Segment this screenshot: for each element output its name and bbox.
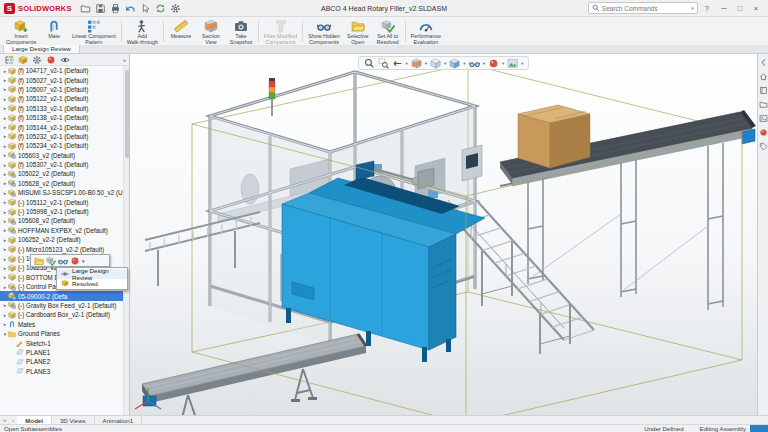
dropdown-caret-icon[interactable]: ▾ bbox=[502, 61, 504, 66]
appearance-icon[interactable] bbox=[759, 128, 768, 137]
book-icon[interactable] bbox=[759, 86, 768, 95]
tree-item[interactable]: ▸(f) 105234_v2-1 (Default) bbox=[0, 141, 123, 150]
ribbon-add-walk-through-button[interactable]: AddWalk-through bbox=[124, 18, 161, 45]
panel-tab-overflow[interactable]: » bbox=[123, 57, 126, 63]
tree-scrollbar[interactable] bbox=[123, 66, 129, 415]
ribbon-measure-button[interactable]: Measure bbox=[166, 18, 196, 45]
doc-tab-animation1[interactable]: Animation1 bbox=[95, 416, 143, 424]
ribbon-set-all-to-resolved-button[interactable]: Set All toResolved bbox=[373, 18, 403, 45]
panel-tab-cube[interactable] bbox=[17, 54, 29, 65]
doc-tab-3d-views[interactable]: 3D Views bbox=[52, 416, 95, 424]
help-button[interactable]: ? bbox=[701, 4, 713, 13]
tree-item[interactable]: ▸(-) Cardboard Box_v2-1 (Default) bbox=[0, 310, 123, 319]
doc-tab-model[interactable]: Model bbox=[17, 416, 52, 424]
orientation-icon[interactable] bbox=[430, 58, 441, 69]
task-pane-corner[interactable] bbox=[750, 425, 768, 432]
ribbon-mate-button[interactable]: Mate bbox=[39, 18, 69, 45]
tree-item[interactable]: ▸105603_v2 (Default) bbox=[0, 151, 123, 160]
scene-icon[interactable] bbox=[507, 58, 518, 69]
tab-scroll-icon[interactable]: « bbox=[0, 416, 9, 424]
tree-item[interactable]: ▸106252_v2-2 (Default) bbox=[0, 235, 123, 244]
search-dropdown-icon[interactable]: ▾ bbox=[691, 5, 694, 11]
tree-item[interactable]: ▸(f) 105007_v2-1 (Default) bbox=[0, 85, 123, 94]
gear-icon[interactable] bbox=[169, 2, 182, 15]
tag-icon[interactable] bbox=[759, 142, 768, 151]
tree-item[interactable]: ▸(f) 105027_v2-1 (Default) bbox=[0, 75, 123, 84]
dropdown-caret-icon[interactable]: ▾ bbox=[425, 61, 427, 66]
appearance-icon[interactable] bbox=[488, 58, 499, 69]
tree-item[interactable]: ▸105608_v2 (Default) bbox=[0, 216, 123, 225]
tree-item[interactable]: ▸MISUMI SJ-SSCSP1.00-B0.50_v2 (U-SSCSP13… bbox=[0, 188, 123, 197]
context-toolbar-more-icon[interactable]: ▾ bbox=[82, 258, 85, 264]
menu-item-large-design-review[interactable]: Large Design Review bbox=[57, 269, 127, 279]
tree-item[interactable]: ▸(f) 104717_v2-1 (Default) bbox=[0, 66, 123, 75]
ribbon-selective-open-button[interactable]: SelectiveOpen bbox=[343, 18, 373, 45]
part-icon bbox=[8, 104, 16, 112]
close-button[interactable]: × bbox=[748, 2, 764, 15]
tab-scroll-icon[interactable]: ‹ bbox=[9, 416, 17, 424]
dropdown-caret-icon[interactable]: ▾ bbox=[406, 61, 408, 66]
tree-item[interactable]: PLANE3 bbox=[0, 367, 123, 376]
tree-item[interactable]: ▸(f) 105133_v2-1 (Default) bbox=[0, 104, 123, 113]
panel-tab-tree-lines[interactable] bbox=[3, 54, 15, 65]
tree-item[interactable]: Sketch-1 bbox=[0, 338, 123, 347]
section-icon[interactable] bbox=[411, 58, 422, 69]
tree-item[interactable]: ▸(-) 105998_v2-1 (Default) bbox=[0, 207, 123, 216]
command-search[interactable]: ▾ bbox=[588, 2, 698, 14]
prev-view-icon[interactable] bbox=[392, 58, 403, 69]
tree-item[interactable]: ▾Ground Planes bbox=[0, 329, 123, 338]
display-style-icon[interactable] bbox=[449, 58, 460, 69]
panel-tab-appearance[interactable] bbox=[45, 54, 57, 65]
ribbon-linear-component-pattern-button[interactable]: Linear ComponentPattern bbox=[69, 18, 119, 45]
3d-model-view[interactable] bbox=[130, 54, 757, 415]
rebuild-icon[interactable] bbox=[154, 2, 167, 15]
tree-item[interactable]: PLANE2 bbox=[0, 357, 123, 366]
image-icon[interactable] bbox=[759, 114, 768, 123]
minimize-button[interactable]: ─ bbox=[716, 2, 732, 15]
tree-item[interactable]: ▸(f) 105122_v2-1 (Default) bbox=[0, 94, 123, 103]
zoom-area-icon[interactable] bbox=[378, 58, 389, 69]
panel-tab-gear[interactable] bbox=[31, 54, 43, 65]
undo-icon[interactable] bbox=[124, 2, 137, 15]
ribbon-show-hidden-components-button[interactable]: Show HiddenComponents bbox=[305, 18, 343, 45]
dropdown-caret-icon[interactable]: ▾ bbox=[483, 61, 485, 66]
tree-item[interactable]: PLANE1 bbox=[0, 348, 123, 357]
ribbon-take-snapshot-button[interactable]: TakeSnapshot bbox=[226, 18, 256, 45]
print-icon[interactable] bbox=[109, 2, 122, 15]
tree-item[interactable]: ▸(f) 105307_v2-1 (Default) bbox=[0, 160, 123, 169]
folder-gray-icon[interactable] bbox=[79, 2, 92, 15]
magnifier-icon[interactable] bbox=[364, 58, 375, 69]
dropdown-caret-icon[interactable]: ▾ bbox=[444, 61, 446, 66]
tree-item[interactable]: ▸105022_v2 (Default) bbox=[0, 169, 123, 178]
tree-item[interactable]: ▸(-) Gravity Box Feed_v2-1 (Default) bbox=[0, 301, 123, 310]
folder-gray-icon[interactable] bbox=[759, 100, 768, 109]
tree-item[interactable]: ▸05-09000-2 (Defa bbox=[0, 291, 123, 300]
chevron-left-icon[interactable] bbox=[759, 58, 768, 67]
appearance-icon[interactable] bbox=[70, 256, 80, 266]
tree-item[interactable]: ▸(f) 105232_v2-1 (Default) bbox=[0, 132, 123, 141]
tree-item[interactable]: ▸(f) 105144_v2-1 (Default) bbox=[0, 122, 123, 131]
tree-item[interactable]: ▸HOFFMAN EXPBX_v2 (Default) bbox=[0, 226, 123, 235]
scrollbar-thumb[interactable] bbox=[125, 70, 129, 158]
tree-item[interactable]: ▸105628_v2 (Default) bbox=[0, 179, 123, 188]
panel-tab-eye[interactable] bbox=[59, 54, 71, 65]
home-icon[interactable] bbox=[759, 72, 768, 81]
dropdown-caret-icon[interactable]: ▾ bbox=[521, 61, 523, 66]
glasses-icon[interactable] bbox=[58, 256, 68, 266]
tree-item[interactable]: ▸Mates bbox=[0, 320, 123, 329]
dropdown-caret-icon[interactable]: ▾ bbox=[463, 61, 465, 66]
maximize-button[interactable]: □ bbox=[732, 2, 748, 15]
ribbon-insert-components-button[interactable]: InsertComponents bbox=[3, 18, 39, 45]
open-icon[interactable] bbox=[34, 256, 44, 266]
graphics-area[interactable]: ▾▾▾▾▾▾▾ bbox=[130, 54, 757, 415]
save-icon[interactable] bbox=[94, 2, 107, 15]
glasses-icon[interactable] bbox=[469, 58, 480, 69]
tree-item[interactable]: ▸(-) Micro105123_v2-2 (Default) bbox=[0, 244, 123, 253]
cursor-icon[interactable] bbox=[139, 2, 152, 15]
tree-item[interactable]: ▸(-) 105112_v2-1 (Default) bbox=[0, 197, 123, 206]
resolved-icon[interactable] bbox=[46, 256, 56, 266]
ribbon-section-view-button[interactable]: SectionView bbox=[196, 18, 226, 45]
tree-item[interactable]: ▸(f) 105138_v2-1 (Default) bbox=[0, 113, 123, 122]
search-input[interactable] bbox=[602, 5, 689, 12]
ribbon-performance-evaluation-button[interactable]: PerformanceEvaluation bbox=[408, 18, 444, 45]
